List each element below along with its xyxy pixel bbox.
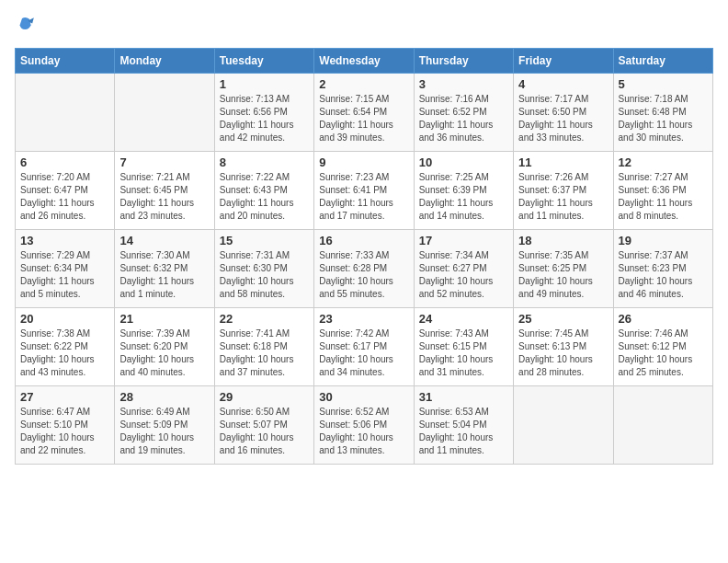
day-info: Sunrise: 7:16 AM Sunset: 6:52 PM Dayligh… (419, 93, 508, 144)
calendar-cell: 17Sunrise: 7:34 AM Sunset: 6:27 PM Dayli… (414, 230, 513, 308)
day-info: Sunrise: 7:26 AM Sunset: 6:37 PM Dayligh… (518, 171, 608, 223)
calendar-cell: 12Sunrise: 7:27 AM Sunset: 6:36 PM Dayli… (613, 152, 712, 230)
calendar-cell: 2Sunrise: 7:15 AM Sunset: 6:54 PM Daylig… (314, 74, 414, 152)
calendar-cell: 19Sunrise: 7:37 AM Sunset: 6:23 PM Dayli… (613, 230, 712, 308)
calendar-week-row: 20Sunrise: 7:38 AM Sunset: 6:22 PM Dayli… (16, 308, 713, 386)
day-info: Sunrise: 7:15 AM Sunset: 6:54 PM Dayligh… (319, 93, 408, 144)
day-info: Sunrise: 7:43 AM Sunset: 6:15 PM Dayligh… (419, 327, 508, 379)
calendar-cell: 9Sunrise: 7:23 AM Sunset: 6:41 PM Daylig… (314, 152, 414, 230)
day-info: Sunrise: 7:23 AM Sunset: 6:41 PM Dayligh… (319, 171, 408, 223)
calendar-week-row: 6Sunrise: 7:20 AM Sunset: 6:47 PM Daylig… (16, 152, 713, 230)
day-info: Sunrise: 7:30 AM Sunset: 6:32 PM Dayligh… (119, 249, 209, 301)
calendar-cell: 28Sunrise: 6:49 AM Sunset: 5:09 PM Dayli… (115, 386, 214, 465)
calendar-cell: 6Sunrise: 7:20 AM Sunset: 6:47 PM Daylig… (16, 152, 115, 230)
page-header (15, 15, 713, 37)
day-number: 13 (20, 234, 109, 247)
calendar-cell: 30Sunrise: 6:52 AM Sunset: 5:06 PM Dayli… (314, 386, 414, 465)
day-number: 21 (119, 312, 209, 326)
day-info: Sunrise: 7:13 AM Sunset: 6:56 PM Dayligh… (220, 93, 309, 144)
calendar-cell: 1Sunrise: 7:13 AM Sunset: 6:56 PM Daylig… (214, 74, 313, 152)
weekday-header-row: SundayMondayTuesdayWednesdayThursdayFrid… (16, 49, 713, 74)
day-number: 25 (518, 312, 608, 326)
calendar-cell: 20Sunrise: 7:38 AM Sunset: 6:22 PM Dayli… (16, 308, 115, 386)
day-info: Sunrise: 7:33 AM Sunset: 6:28 PM Dayligh… (319, 249, 408, 301)
day-info: Sunrise: 7:41 AM Sunset: 6:18 PM Dayligh… (220, 327, 309, 379)
calendar-cell: 13Sunrise: 7:29 AM Sunset: 6:34 PM Dayli… (16, 230, 115, 308)
calendar-cell: 22Sunrise: 7:41 AM Sunset: 6:18 PM Dayli… (214, 308, 313, 386)
day-info: Sunrise: 7:21 AM Sunset: 6:45 PM Dayligh… (119, 171, 209, 223)
calendar-week-row: 1Sunrise: 7:13 AM Sunset: 6:56 PM Daylig… (16, 74, 713, 152)
calendar-cell: 10Sunrise: 7:25 AM Sunset: 6:39 PM Dayli… (414, 152, 513, 230)
day-info: Sunrise: 7:17 AM Sunset: 6:50 PM Dayligh… (518, 93, 608, 144)
calendar-cell (16, 74, 115, 152)
day-info: Sunrise: 7:38 AM Sunset: 6:22 PM Dayligh… (20, 327, 109, 379)
day-info: Sunrise: 7:34 AM Sunset: 6:27 PM Dayligh… (419, 249, 508, 301)
day-number: 11 (518, 155, 608, 169)
logo (15, 15, 40, 37)
day-info: Sunrise: 6:50 AM Sunset: 5:07 PM Dayligh… (220, 406, 309, 457)
weekday-header-tuesday: Tuesday (214, 49, 313, 74)
calendar-cell (613, 386, 712, 465)
day-info: Sunrise: 7:31 AM Sunset: 6:30 PM Dayligh… (220, 249, 309, 301)
day-number: 19 (619, 234, 708, 247)
weekday-header-monday: Monday (115, 49, 214, 74)
day-number: 28 (119, 390, 209, 404)
weekday-header-friday: Friday (514, 49, 613, 74)
weekday-header-wednesday: Wednesday (314, 49, 414, 74)
day-number: 23 (319, 312, 408, 326)
day-info: Sunrise: 7:37 AM Sunset: 6:23 PM Dayligh… (619, 249, 708, 301)
day-number: 3 (419, 77, 508, 91)
day-number: 14 (119, 234, 209, 247)
calendar-cell: 27Sunrise: 6:47 AM Sunset: 5:10 PM Dayli… (16, 386, 115, 465)
day-number: 2 (319, 77, 408, 91)
day-info: Sunrise: 7:42 AM Sunset: 6:17 PM Dayligh… (319, 327, 408, 379)
calendar-cell: 11Sunrise: 7:26 AM Sunset: 6:37 PM Dayli… (514, 152, 613, 230)
day-number: 1 (220, 77, 309, 91)
day-info: Sunrise: 6:53 AM Sunset: 5:04 PM Dayligh… (419, 406, 508, 457)
calendar-week-row: 13Sunrise: 7:29 AM Sunset: 6:34 PM Dayli… (16, 230, 713, 308)
calendar-cell: 21Sunrise: 7:39 AM Sunset: 6:20 PM Dayli… (115, 308, 214, 386)
day-number: 15 (220, 234, 309, 247)
day-number: 8 (220, 155, 309, 169)
calendar-cell: 25Sunrise: 7:45 AM Sunset: 6:13 PM Dayli… (514, 308, 613, 386)
day-number: 27 (20, 390, 109, 404)
day-number: 16 (319, 234, 408, 247)
day-number: 26 (619, 312, 708, 326)
calendar-table: SundayMondayTuesdayWednesdayThursdayFrid… (15, 48, 713, 465)
day-info: Sunrise: 7:22 AM Sunset: 6:43 PM Dayligh… (220, 171, 309, 223)
day-number: 5 (619, 77, 708, 91)
calendar-cell: 14Sunrise: 7:30 AM Sunset: 6:32 PM Dayli… (115, 230, 214, 308)
day-number: 24 (419, 312, 508, 326)
calendar-cell: 8Sunrise: 7:22 AM Sunset: 6:43 PM Daylig… (214, 152, 313, 230)
logo-icon (15, 15, 37, 37)
day-number: 18 (518, 234, 608, 247)
day-info: Sunrise: 6:52 AM Sunset: 5:06 PM Dayligh… (319, 406, 408, 457)
calendar-cell (115, 74, 214, 152)
day-number: 22 (220, 312, 309, 326)
calendar-cell: 3Sunrise: 7:16 AM Sunset: 6:52 PM Daylig… (414, 74, 513, 152)
calendar-cell: 5Sunrise: 7:18 AM Sunset: 6:48 PM Daylig… (613, 74, 712, 152)
day-info: Sunrise: 7:29 AM Sunset: 6:34 PM Dayligh… (20, 249, 109, 301)
calendar-cell: 7Sunrise: 7:21 AM Sunset: 6:45 PM Daylig… (115, 152, 214, 230)
day-number: 30 (319, 390, 408, 404)
day-info: Sunrise: 7:46 AM Sunset: 6:12 PM Dayligh… (619, 327, 708, 379)
calendar-cell: 23Sunrise: 7:42 AM Sunset: 6:17 PM Dayli… (314, 308, 414, 386)
day-info: Sunrise: 6:47 AM Sunset: 5:10 PM Dayligh… (20, 406, 109, 457)
day-number: 20 (20, 312, 109, 326)
day-number: 12 (619, 155, 708, 169)
weekday-header-saturday: Saturday (613, 49, 712, 74)
day-info: Sunrise: 7:20 AM Sunset: 6:47 PM Dayligh… (20, 171, 109, 223)
day-info: Sunrise: 7:27 AM Sunset: 6:36 PM Dayligh… (619, 171, 708, 223)
calendar-cell: 16Sunrise: 7:33 AM Sunset: 6:28 PM Dayli… (314, 230, 414, 308)
day-number: 7 (119, 155, 209, 169)
day-number: 6 (20, 155, 109, 169)
day-info: Sunrise: 7:25 AM Sunset: 6:39 PM Dayligh… (419, 171, 508, 223)
day-info: Sunrise: 7:18 AM Sunset: 6:48 PM Dayligh… (619, 93, 708, 144)
calendar-week-row: 27Sunrise: 6:47 AM Sunset: 5:10 PM Dayli… (16, 386, 713, 465)
calendar-cell: 24Sunrise: 7:43 AM Sunset: 6:15 PM Dayli… (414, 308, 513, 386)
day-info: Sunrise: 7:39 AM Sunset: 6:20 PM Dayligh… (119, 327, 209, 379)
calendar-cell: 18Sunrise: 7:35 AM Sunset: 6:25 PM Dayli… (514, 230, 613, 308)
weekday-header-thursday: Thursday (414, 49, 513, 74)
day-info: Sunrise: 6:49 AM Sunset: 5:09 PM Dayligh… (119, 406, 209, 457)
day-number: 4 (518, 77, 608, 91)
